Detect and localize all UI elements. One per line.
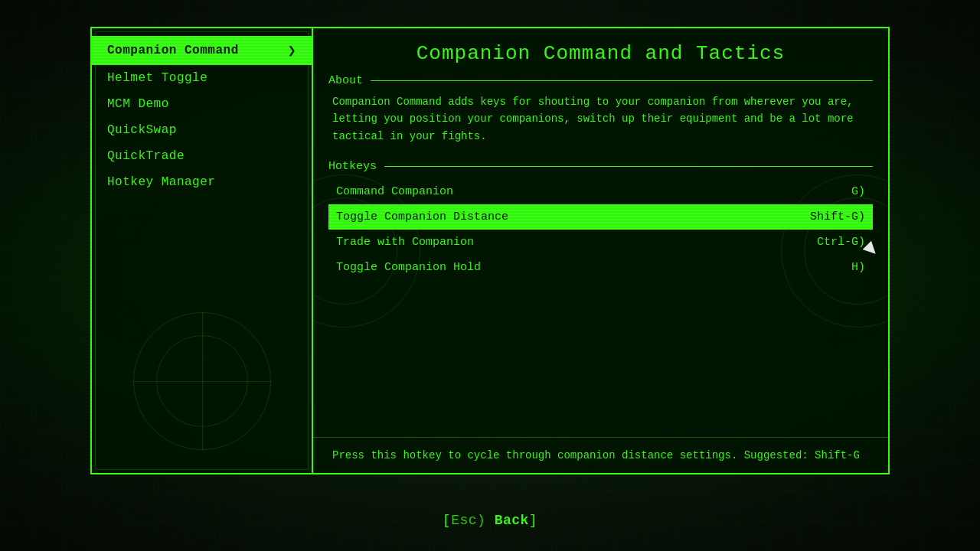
sidebar-item-quicktrade[interactable]: QuickTrade xyxy=(92,143,312,169)
about-text: Companion Command adds keys for shouting… xyxy=(332,93,869,145)
left-panel: Companion Command Helmet Toggle MCM Demo… xyxy=(90,27,312,474)
right-panel: Companion Command and Tactics About Comp… xyxy=(312,27,890,474)
hotkey-row-command-companion[interactable]: Command Companion G) xyxy=(328,179,873,204)
panel-title: Companion Command and Tactics xyxy=(313,28,888,74)
deco-circle-cross xyxy=(133,312,271,450)
sidebar-item-companion-command[interactable]: Companion Command xyxy=(92,36,312,65)
hotkey-row-toggle-companion-hold[interactable]: Toggle Companion Hold H) xyxy=(328,255,873,280)
sidebar-item-quickswap[interactable]: QuickSwap xyxy=(92,117,312,143)
about-section: Companion Command adds keys for shouting… xyxy=(313,93,888,160)
hotkeys-section-header: Hotkeys xyxy=(328,160,873,173)
main-container: Companion Command Helmet Toggle MCM Demo… xyxy=(90,27,890,474)
hotkey-row-trade-with-companion[interactable]: Trade with Companion Ctrl-G) xyxy=(328,230,873,255)
sidebar-item-helmet-toggle[interactable]: Helmet Toggle xyxy=(92,65,312,91)
hotkey-label-toggle-companion-hold: Toggle Companion Hold xyxy=(336,261,804,274)
hotkeys-section: Hotkeys Command Companion G) Toggle Comp… xyxy=(313,160,888,437)
sidebar-item-hotkey-manager[interactable]: Hotkey Manager xyxy=(92,169,312,195)
hotkey-key-toggle-companion-distance: Shift-G) xyxy=(804,210,865,223)
hotkey-key-command-companion: G) xyxy=(804,185,865,198)
hotkey-label-toggle-companion-distance: Toggle Companion Distance xyxy=(336,210,804,223)
hotkey-key-trade-with-companion: Ctrl-G) xyxy=(804,236,865,249)
hotkey-label-trade-with-companion: Trade with Companion xyxy=(336,236,804,249)
status-bar: Press this hotkey to cycle through compa… xyxy=(313,437,888,473)
bottom-nav: [Esc) Back] xyxy=(443,513,537,528)
hotkey-key-toggle-companion-hold: H) xyxy=(804,261,865,274)
about-section-header: About xyxy=(313,74,888,87)
back-button[interactable]: [Esc) Back] xyxy=(443,513,537,528)
hotkey-row-toggle-companion-distance[interactable]: Toggle Companion Distance Shift-G) xyxy=(328,204,873,230)
hotkey-label-command-companion: Command Companion xyxy=(336,185,804,198)
sidebar-item-mcm-demo[interactable]: MCM Demo xyxy=(92,91,312,117)
